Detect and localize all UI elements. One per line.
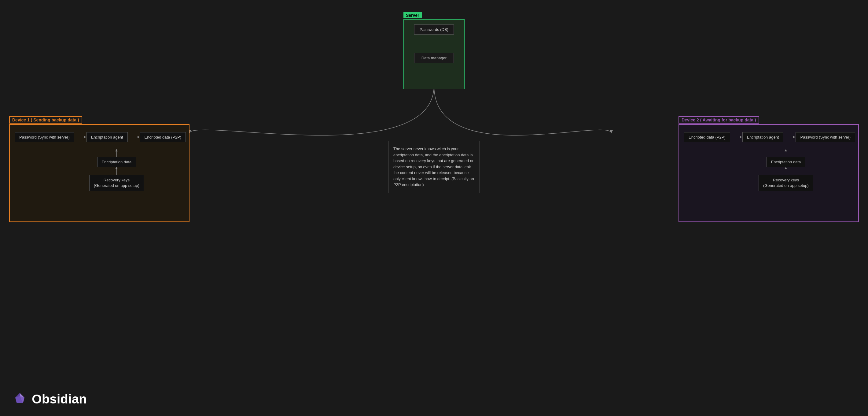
d2-node2: Encriptation agent [742, 132, 784, 142]
info-text: The server never knows witch is your enc… [393, 146, 475, 188]
d2-node3: Password (Sync with server) [796, 132, 855, 142]
d1-arrow2 [128, 137, 140, 137]
d1-node3: Encripted data (P2P) [140, 132, 186, 142]
server-box: Passwords (DB) Data manager [403, 19, 465, 89]
server-container: Server Passwords (DB) Data manager [403, 12, 465, 89]
d2-node4: Encriptation data [767, 157, 806, 167]
d1-node1: Password (Sync with server) [15, 132, 74, 142]
d1-arrow1 [75, 137, 86, 137]
d2-arrow1 [731, 137, 742, 137]
device1-box: Password (Sync with server) Encriptation… [9, 124, 189, 222]
info-box: The server never knows witch is your enc… [388, 141, 480, 193]
d1-node4: Encriptation data [97, 157, 136, 167]
device1-container: Device 1 ( Sending backup data ) Passwor… [9, 116, 189, 222]
obsidian-logo-icon [12, 391, 28, 407]
svg-marker-3 [610, 130, 613, 133]
d1-node5: Recovery keys (Generated on app setup) [89, 175, 144, 191]
device2-container: Device 2 ( Awaiting for backup data ) En… [679, 116, 859, 222]
data-manager-node: Data manager [414, 53, 454, 63]
device2-box: Encripted data (P2P) Encriptation agent … [679, 124, 859, 222]
d2-node1: Encripted data (P2P) [684, 132, 730, 142]
device1-label: Device 1 ( Sending backup data ) [9, 116, 82, 124]
logo: Obsidian [12, 391, 87, 407]
passwords-db-node: Passwords (DB) [414, 25, 454, 35]
device2-label: Device 2 ( Awaiting for backup data ) [679, 116, 759, 124]
server-label: Server [403, 12, 422, 18]
logo-text: Obsidian [32, 392, 87, 407]
d2-node5: Recovery keys (Generated on app setup) [758, 175, 813, 191]
d2-arrow2 [784, 137, 795, 137]
d1-node2: Encriptation agent [87, 132, 128, 142]
